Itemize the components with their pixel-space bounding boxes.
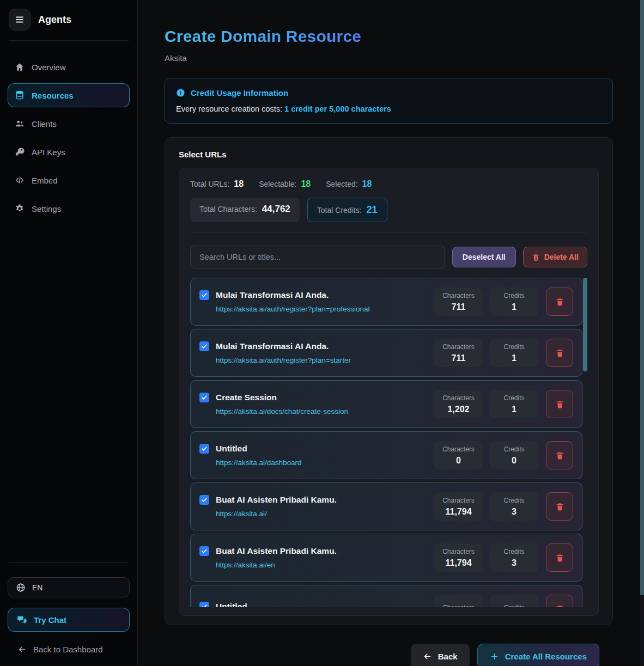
search-row: Deselect All Delete All [190,246,587,268]
delete-url-button[interactable] [546,441,573,469]
info-box-header: Credit Usage Information [176,88,602,97]
trash-icon [555,451,564,460]
credits-badge-value: 1 [512,302,517,312]
url-item-title-row: Untitled [199,444,427,454]
delete-all-button[interactable]: Delete All [523,247,587,267]
trash-icon [555,400,564,409]
check-icon [201,497,208,503]
url-item-title-row: Buat AI Asisten Pribadi Kamu. [199,546,427,556]
trash-icon [555,349,564,358]
url-checkbox[interactable] [199,341,209,351]
characters-badge: Characters 711 [434,288,483,316]
sidebar-item-label: Settings [32,204,61,213]
credits-badge-value: 0 [512,456,517,466]
url-item-title-row: Untitled [199,602,427,608]
trash-icon [555,604,564,608]
credits-badge-label: Credits [503,604,524,608]
url-checkbox[interactable] [199,290,209,300]
language-label: EN [32,583,42,592]
create-all-resources-button[interactable]: Create All Resources [477,644,599,666]
sidebar-bottom: EN Try Chat Back to Dashboard [0,562,137,666]
chip-label: Total Credits: [317,206,362,215]
check-icon [201,292,208,298]
sidebar-item-label: Clients [32,119,57,129]
sidebar-item-label: Overview [32,63,66,72]
characters-badge: Characters 11,794 [434,543,483,572]
info-body-highlight: 1 credit per 5,000 characters [284,105,391,113]
trash-icon [555,553,564,563]
deselect-all-button[interactable]: Deselect All [452,247,516,267]
url-list-scrollbar [583,278,587,607]
trash-icon [555,502,564,511]
url-item-title: Untitled [216,602,247,608]
chip-value: 21 [367,204,378,216]
plus-icon [490,652,499,661]
credits-badge-label: Credits [503,292,524,300]
back-to-dashboard-link[interactable]: Back to Dashboard [8,645,130,654]
back-button[interactable]: Back [411,644,470,666]
url-checkbox[interactable] [199,444,209,454]
sidebar-item-api-keys[interactable]: API Keys [8,140,130,164]
sidebar-item-label: API Keys [32,148,65,157]
delete-url-button[interactable] [546,543,573,572]
characters-badge-label: Characters [442,292,475,300]
total-characters-chip: Total Characters: 44,762 [190,198,300,222]
stat-selected: Selected: 18 [326,179,372,189]
delete-url-button[interactable] [546,390,573,418]
url-item-url: https://aksita.ai/auth/register?plan=sta… [216,356,427,364]
language-button[interactable]: EN [8,577,130,597]
database-icon [15,90,25,100]
url-item-title: Untitled [216,444,247,454]
characters-badge-value: 11,794 [445,558,471,568]
search-input[interactable] [190,246,445,268]
url-totals-row: Total Characters: 44,762 Total Credits: … [190,198,587,222]
try-chat-button[interactable]: Try Chat [8,608,130,632]
credits-badge-value: 3 [512,507,517,517]
url-item-title-row: Create Session [199,393,427,402]
url-checkbox[interactable] [199,495,209,505]
trash-icon [532,253,540,261]
delete-all-label: Delete All [544,253,579,261]
sidebar-item-resources[interactable]: Resources [8,83,130,107]
characters-badge-value: 1,202 [447,405,469,414]
sidebar-header: Agents [0,0,137,40]
characters-badge-label: Characters [442,497,475,504]
sidebar-item-label: Resources [32,91,74,100]
url-checkbox[interactable] [199,393,209,402]
characters-badge: Characters 0 [434,441,483,469]
delete-url-button[interactable] [546,595,573,607]
credits-badge: Credits [490,595,538,607]
check-icon [201,343,208,350]
back-button-label: Back [438,652,458,661]
url-checkbox[interactable] [199,602,209,608]
main-content: Create Domain Resource Aksita Credit Usa… [138,0,644,666]
sidebar-item-settings[interactable]: Settings [8,197,130,221]
stat-value: 18 [301,179,311,189]
sidebar-bottom-divider [9,562,129,563]
sidebar-nav: Overview Resources Clients API Keys Embe… [0,41,137,221]
characters-badge-label: Characters [442,604,475,608]
sidebar-item-embed[interactable]: Embed [8,168,130,192]
code-icon [15,175,25,185]
url-list-item: Buat AI Asisten Pribadi Kamu. https://ak… [190,534,582,582]
delete-url-button[interactable] [546,339,573,367]
delete-url-button[interactable] [546,492,573,521]
credits-badge-value: 1 [512,405,517,414]
url-list-scrollbar-thumb[interactable] [583,278,587,371]
select-urls-title: Select URLs [179,150,599,159]
delete-url-button[interactable] [546,288,573,316]
sidebar-item-clients[interactable]: Clients [8,112,130,136]
url-checkbox[interactable] [199,546,209,556]
credits-badge: Credits 0 [490,441,538,469]
info-body-prefix: Every resource creation costs: [176,105,284,113]
info-icon [176,88,185,97]
back-to-dashboard-label: Back to Dashboard [33,645,103,654]
info-box-body: Every resource creation costs: 1 credit … [176,105,602,113]
characters-badge-value: 11,794 [445,507,471,517]
page-scrollbar-thumb[interactable] [640,0,644,595]
hamburger-menu-button[interactable] [9,9,31,30]
sidebar-item-overview[interactable]: Overview [8,55,130,79]
urls-panel: Total URLs: 18 Selectable: 18 Selected: … [179,168,599,616]
credits-badge-value: 3 [512,558,517,568]
characters-badge-value: 711 [452,302,466,312]
